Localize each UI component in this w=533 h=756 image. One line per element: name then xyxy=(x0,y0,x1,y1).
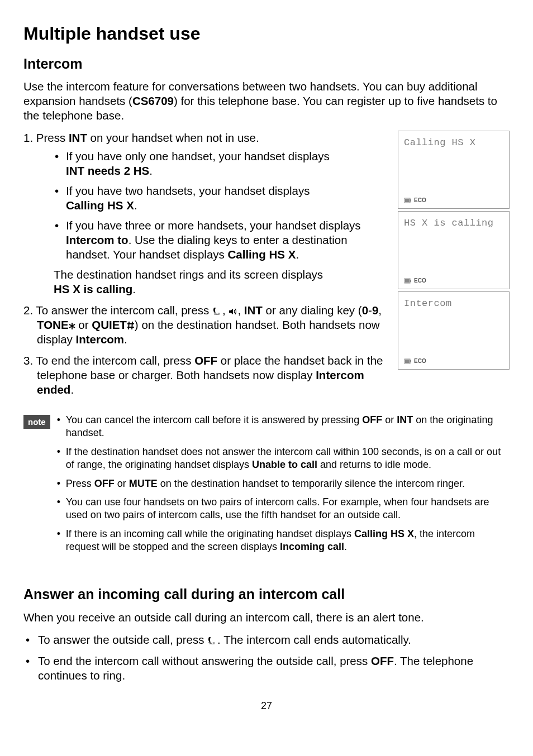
section2-intro: When you receive an outside call during … xyxy=(23,610,510,625)
section2-bullet-2: To end the intercom call without answeri… xyxy=(23,654,510,683)
page-title: Multiple handset use xyxy=(23,22,510,45)
intro-paragraph: Use the intercom feature for conversatio… xyxy=(23,79,510,123)
talk-icon: TALK xyxy=(207,636,217,645)
note-item-1: You can cancel the intercom call before … xyxy=(56,414,510,440)
talk-icon: TALK xyxy=(212,307,222,315)
section-heading-intercom: Intercom xyxy=(23,55,510,73)
svg-rect-6 xyxy=(405,279,410,283)
step-1: 1. Press INT on your handset when not in… xyxy=(23,131,390,296)
svg-rect-3 xyxy=(405,199,410,202)
speaker-icon xyxy=(229,308,237,315)
svg-rect-2 xyxy=(410,199,411,202)
svg-rect-9 xyxy=(405,360,410,363)
section-heading-answer: Answer an incoming call during an interc… xyxy=(23,586,510,604)
screen-text: Calling HS X xyxy=(404,137,503,149)
star-icon xyxy=(69,322,75,330)
step-3: 3. To end the intercom call, press OFF o… xyxy=(23,353,390,397)
step1-bullet-3: If you have three or more handsets, your… xyxy=(54,218,390,262)
screen-intercom: Intercom ECO xyxy=(398,291,510,370)
battery-icon xyxy=(404,197,412,204)
note-item-4: You can use four handsets on two pairs o… xyxy=(56,496,510,522)
note-badge: note xyxy=(23,415,50,429)
screen-calling: Calling HS X ECO xyxy=(398,131,510,209)
page-number: 27 xyxy=(23,700,510,712)
pound-icon xyxy=(127,321,135,330)
svg-text:TALK: TALK xyxy=(213,312,221,315)
step1-sub-paragraph: The destination handset rings and its sc… xyxy=(54,267,390,296)
note-item-5: If there is an incoming call while the o… xyxy=(56,528,510,554)
step1-bullet-1: If you have only one handset, your hands… xyxy=(54,149,390,178)
screen-text: HS X is calling xyxy=(404,217,503,229)
step1-bullet-2: If you have two handsets, your handset d… xyxy=(54,184,390,213)
battery-icon xyxy=(404,358,412,365)
battery-icon xyxy=(404,277,412,284)
svg-rect-5 xyxy=(410,280,411,282)
section2-bullet-1: To answer the outside call, press TALK. … xyxy=(23,633,510,647)
note-item-2: If the destination handset does not answ… xyxy=(56,446,510,472)
screen-text: Intercom xyxy=(404,298,503,310)
note-item-3: Press OFF or MUTE on the destination han… xyxy=(56,477,510,490)
svg-text:TALK: TALK xyxy=(208,642,216,645)
step-2: 2. To answer the intercom call, press TA… xyxy=(23,303,390,347)
screen-is-calling: HS X is calling ECO xyxy=(398,211,510,289)
svg-rect-8 xyxy=(410,360,411,362)
